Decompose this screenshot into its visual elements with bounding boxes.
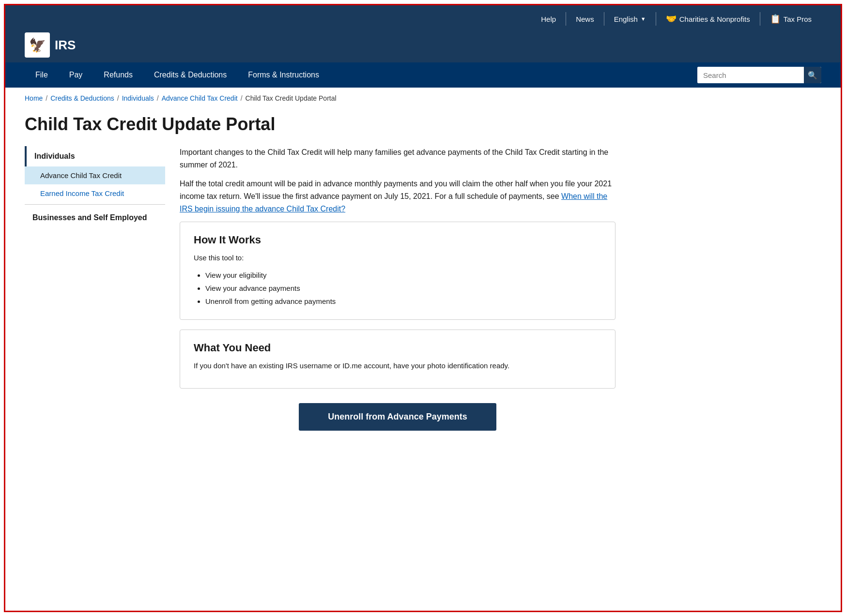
sidebar-divider	[25, 204, 165, 205]
news-link[interactable]: News	[566, 5, 604, 32]
breadcrumb-individuals[interactable]: Individuals	[122, 94, 154, 102]
breadcrumb-current: Child Tax Credit Update Portal	[246, 94, 337, 102]
intro2-before: Half the total credit amount will be pai…	[180, 180, 612, 200]
tax-pros-icon: 📋	[770, 14, 781, 24]
breadcrumb: Home / Credits & Deductions / Individual…	[5, 88, 841, 109]
how-it-works-title: How It Works	[194, 234, 601, 246]
unenroll-button[interactable]: Unenroll from Advance Payments	[299, 403, 496, 431]
sidebar-item-eitc[interactable]: Earned Income Tax Credit	[25, 184, 165, 202]
sidebar: Individuals Advance Child Tax Credit Ear…	[25, 146, 165, 431]
sidebar-item-advance-ctc[interactable]: Advance Child Tax Credit	[25, 166, 165, 184]
tax-pros-link[interactable]: 📋 Tax Pros	[760, 5, 821, 32]
list-item-eligibility: View your eligibility	[205, 269, 601, 282]
what-you-need-title: What You Need	[194, 342, 601, 354]
sep1: /	[46, 94, 47, 102]
nav-pay[interactable]: Pay	[59, 62, 93, 88]
nav-forms-instructions[interactable]: Forms & Instructions	[237, 62, 330, 88]
list-item-unenroll: Unenroll from getting advance payments	[205, 295, 601, 308]
irs-logo[interactable]: 🦅 IRS	[25, 32, 76, 58]
how-it-works-list: View your eligibility View your advance …	[205, 269, 601, 308]
sidebar-section-business: Businesses and Self Employed	[25, 208, 165, 228]
cta-area: Unenroll from Advance Payments	[180, 403, 615, 431]
main-content: Important changes to the Child Tax Credi…	[180, 146, 615, 431]
what-you-need-card: What You Need If you don't have an exist…	[180, 330, 615, 389]
eagle-icon: 🦅	[25, 32, 50, 58]
language-button[interactable]: English ▼	[604, 15, 656, 23]
sep3: /	[157, 94, 159, 102]
language-label: English	[614, 15, 638, 23]
intro-paragraph-2: Half the total credit amount will be pai…	[180, 178, 615, 215]
sep4: /	[241, 94, 243, 102]
breadcrumb-home[interactable]: Home	[25, 94, 43, 102]
sidebar-section-individuals: Individuals	[25, 146, 165, 166]
list-item-payments: View your advance payments	[205, 282, 601, 295]
nav-credits-deductions[interactable]: Credits & Deductions	[143, 62, 237, 88]
intro-paragraph-1: Important changes to the Child Tax Credi…	[180, 146, 615, 171]
use-tool-text: Use this tool to:	[194, 252, 601, 264]
nav-refunds[interactable]: Refunds	[93, 62, 143, 88]
how-it-works-card: How It Works Use this tool to: View your…	[180, 222, 615, 320]
search-input[interactable]	[697, 67, 804, 83]
main-nav: File Pay Refunds Credits & Deductions Fo…	[25, 62, 697, 88]
sep2: /	[117, 94, 119, 102]
breadcrumb-advance-ctc[interactable]: Advance Child Tax Credit	[162, 94, 238, 102]
chevron-down-icon: ▼	[641, 16, 646, 22]
charities-icon: 🤝	[666, 14, 677, 24]
what-you-need-text: If you don't have an existing IRS userna…	[194, 360, 601, 372]
breadcrumb-credits[interactable]: Credits & Deductions	[50, 94, 114, 102]
nav-file[interactable]: File	[25, 62, 59, 88]
charities-link[interactable]: 🤝 Charities & Nonprofits	[656, 5, 760, 32]
irs-logo-text: IRS	[55, 38, 76, 53]
page-title: Child Tax Credit Update Portal	[25, 114, 821, 135]
search-button[interactable]: 🔍	[804, 67, 821, 83]
search-box: 🔍	[697, 67, 821, 83]
help-link[interactable]: Help	[531, 5, 566, 32]
